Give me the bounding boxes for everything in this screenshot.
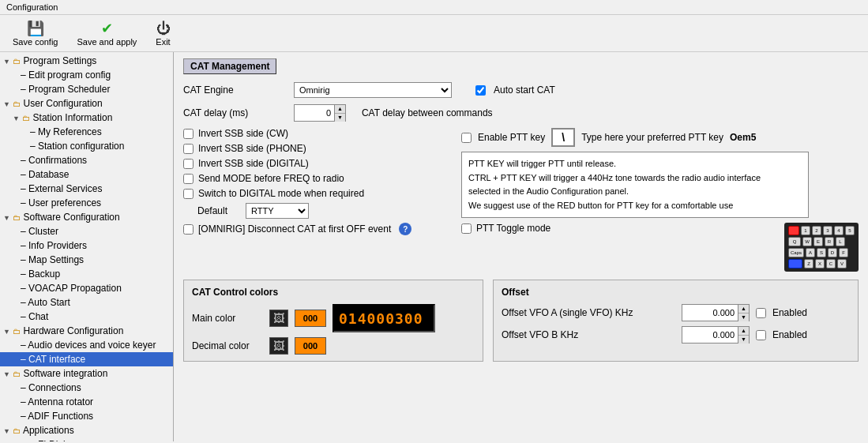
offset-vfo-a-enabled-checkbox[interactable] <box>756 308 766 318</box>
enable-ptt-label: Enable PTT key <box>478 132 545 143</box>
dash-icon: – <box>21 396 26 407</box>
ptt-info-line4: We suggest use of the RED button for PTT… <box>468 199 802 213</box>
sidebar-item-station-information[interactable]: ▼ 🗀 Station Information <box>0 111 173 125</box>
sidebar-item-auto-start[interactable]: – Auto Start <box>0 295 173 310</box>
sidebar-item-map-settings[interactable]: – Map Settings <box>0 253 173 267</box>
expand-icon: ▼ <box>13 115 20 122</box>
sidebar-item-edit-program-config[interactable]: – Edit program config <box>0 68 173 82</box>
offset-b-up-btn[interactable]: ▲ <box>738 327 749 336</box>
cat-delay-up-button[interactable]: ▲ <box>335 105 345 114</box>
save-config-button[interactable]: 💾 Save config <box>6 18 64 48</box>
sidebar-item-backup[interactable]: – Backup <box>0 267 173 281</box>
offset-vfo-a-input[interactable] <box>682 305 738 321</box>
offset-vfo-a-label: Offset VFO A (single VFO) KHz <box>502 307 675 318</box>
enable-ptt-checkbox[interactable] <box>461 133 472 143</box>
dash-icon: – <box>21 84 26 95</box>
main-color-swatch[interactable]: 🖼 <box>269 310 288 327</box>
sidebar: ▼ 🗀 Program Settings – Edit program conf… <box>0 52 174 441</box>
sidebar-item-confirmations[interactable]: – Confirmations <box>0 153 173 167</box>
dash-icon: – <box>30 126 36 137</box>
sidebar-item-info-providers[interactable]: – Info Providers <box>0 238 173 253</box>
sidebar-item-program-settings[interactable]: ▼ 🗀 Program Settings <box>0 54 173 68</box>
save-apply-button[interactable]: ✔ Save and apply <box>70 18 143 48</box>
offset-vfo-b-label: Offset VFO B KHz <box>502 329 675 340</box>
main-two-col: Invert SSB side (CW) Invert SSB side (PH… <box>183 128 859 272</box>
cat-delay-down-button[interactable]: ▼ <box>335 114 345 122</box>
sidebar-item-antenna-rotator[interactable]: – Antenna rotator <box>0 395 173 409</box>
exit-button[interactable]: ⏻ Exit <box>149 19 176 48</box>
sidebar-item-applications[interactable]: ▼ 🗀 Applications <box>0 423 173 437</box>
sidebar-item-program-scheduler[interactable]: – Program Scheduler <box>0 82 173 96</box>
invert-phone-checkbox[interactable] <box>183 144 194 154</box>
sidebar-item-station-configuration[interactable]: – Station configuration <box>0 139 173 153</box>
switch-digital-checkbox[interactable] <box>183 189 194 199</box>
ptt-key-code: Oem5 <box>730 132 756 143</box>
title-text: Configuration <box>6 2 58 12</box>
cat-delay-between-label: CAT delay between commands <box>362 107 493 118</box>
cat-engine-select[interactable]: Omnirig Hamlib None <box>294 82 452 98</box>
ptt-toggle-checkbox[interactable] <box>461 223 472 234</box>
dash-icon: – <box>21 297 26 308</box>
sidebar-item-my-references[interactable]: – My References <box>0 125 173 139</box>
left-options: Invert SSB side (CW) Invert SSB side (PH… <box>183 128 452 272</box>
ptt-toggle-row: PTT Toggle mode <box>461 223 550 234</box>
send-mode-checkbox[interactable] <box>183 174 194 184</box>
expand-icon: ▼ <box>3 214 10 222</box>
decimal-color-btn[interactable]: 000 <box>295 337 326 355</box>
sidebar-item-chat[interactable]: – Chat <box>0 310 173 324</box>
sidebar-item-database[interactable]: – Database <box>0 167 173 182</box>
decimal-color-swatch[interactable]: 🖼 <box>269 337 288 355</box>
save-config-label: Save config <box>13 37 58 47</box>
offset-title: Offset <box>502 287 850 298</box>
sidebar-item-fldigi[interactable]: – FLDigi <box>0 437 173 441</box>
sidebar-item-external-services[interactable]: – External Services <box>0 182 173 196</box>
main-color-row: Main color 🖼 000 014000300 <box>192 304 475 332</box>
spinner-buttons: ▲ ▼ <box>738 305 749 321</box>
invert-cw-label: Invert SSB side (CW) <box>198 128 288 139</box>
spinner-buttons-b: ▲ ▼ <box>738 327 749 343</box>
ptt-key-input[interactable] <box>551 128 575 147</box>
dash-icon: – <box>21 283 26 294</box>
sidebar-item-cluster[interactable]: – Cluster <box>0 224 173 238</box>
dash-icon: – <box>21 240 26 251</box>
exit-label: Exit <box>156 37 170 47</box>
sidebar-item-hardware-configuration[interactable]: ▼ 🗀 Hardware Configuration <box>0 324 173 338</box>
invert-digital-checkbox[interactable] <box>183 159 194 169</box>
sidebar-item-software-integration[interactable]: ▼ 🗀 Software integration <box>0 366 173 381</box>
main-color-btn[interactable]: 000 <box>295 310 326 327</box>
invert-phone-label: Invert SSB side (PHONE) <box>198 143 306 154</box>
invert-phone-row: Invert SSB side (PHONE) <box>183 143 452 154</box>
default-select[interactable]: RTTY PSK31 FT8 <box>246 203 309 219</box>
default-row: Default RTTY PSK31 FT8 <box>183 203 452 219</box>
offset-a-down-btn[interactable]: ▼ <box>738 313 749 321</box>
offset-b-down-btn[interactable]: ▼ <box>738 336 749 344</box>
help-icon[interactable]: ? <box>399 223 411 235</box>
cat-engine-row: CAT Engine Omnirig Hamlib None Auto star… <box>183 82 859 98</box>
sidebar-item-software-configuration[interactable]: ▼ 🗀 Software Configuration <box>0 210 173 224</box>
sidebar-item-user-preferences[interactable]: – User preferences <box>0 196 173 210</box>
omnirig-disconnect-label: [OMNIRIG] Disconnect CAT at first OFF ev… <box>198 223 391 235</box>
sidebar-item-voacap[interactable]: – VOACAP Propagation <box>0 281 173 295</box>
omnirig-disconnect-row: [OMNIRIG] Disconnect CAT at first OFF ev… <box>183 223 452 235</box>
cat-delay-input[interactable] <box>295 105 334 121</box>
invert-cw-checkbox[interactable] <box>183 129 194 139</box>
sidebar-item-audio-devices[interactable]: – Audio devices and voice keyer <box>0 338 173 352</box>
sidebar-item-adif-functions[interactable]: – ADIF Functions <box>0 409 173 423</box>
sidebar-item-user-configuration[interactable]: ▼ 🗀 User Configuration <box>0 96 173 111</box>
dash-icon: – <box>21 382 26 393</box>
auto-start-cat-checkbox[interactable] <box>475 85 486 96</box>
sidebar-item-cat-interface[interactable]: – CAT interface <box>0 352 173 366</box>
ptt-toggle-label: PTT Toggle mode <box>476 223 550 234</box>
sidebar-item-connections[interactable]: – Connections <box>0 381 173 395</box>
offset-vfo-b-input[interactable] <box>682 327 738 343</box>
offset-a-up-btn[interactable]: ▲ <box>738 305 749 313</box>
cat-management-header: CAT Management <box>183 58 276 74</box>
offset-section: Offset Offset VFO A (single VFO) KHz ▲ ▼… <box>493 280 859 362</box>
ptt-info-box: PTT KEY will trigger PTT until release. … <box>461 152 809 218</box>
offset-vfo-b-enabled-checkbox[interactable] <box>756 330 766 340</box>
offset-vfo-b-row: Offset VFO B KHz ▲ ▼ Enabled <box>502 326 850 344</box>
save-apply-icon: ✔ <box>101 20 113 37</box>
ptt-info-line2: CTRL + PTT KEY will trigger a 440Hz tone… <box>468 171 802 186</box>
led-display: 014000300 <box>333 304 435 332</box>
omnirig-disconnect-checkbox[interactable] <box>183 224 194 235</box>
